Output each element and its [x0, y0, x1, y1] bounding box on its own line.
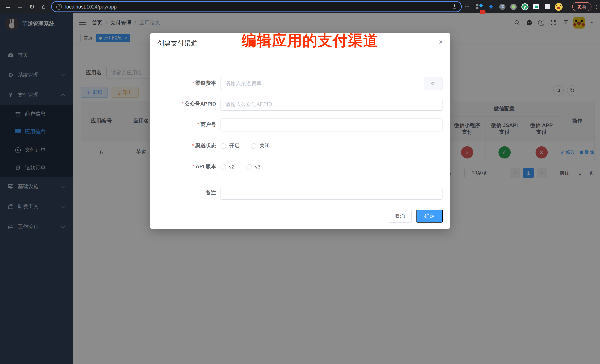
- confirm-button[interactable]: 确定: [416, 209, 443, 223]
- bookmark-star-icon[interactable]: ☆: [462, 0, 471, 13]
- browser-back-icon[interactable]: ←: [3, 0, 13, 13]
- status-label: *渠道状态: [158, 143, 216, 149]
- extension-y-icon[interactable]: y: [520, 0, 529, 13]
- dialog-close-icon[interactable]: ×: [439, 38, 443, 46]
- browser-reload-icon[interactable]: ↻: [27, 0, 37, 13]
- merchant-label: *商户号: [158, 121, 216, 128]
- browser-menu-icon[interactable]: ⋮: [594, 0, 599, 13]
- form-row-merchant: *商户号: [150, 118, 450, 131]
- extension-tabs-icon[interactable]: 10: [475, 0, 483, 13]
- radio-circle-icon: [221, 164, 226, 169]
- share-icon[interactable]: [450, 0, 459, 13]
- extension-puzzle-icon[interactable]: [543, 0, 552, 13]
- extension-badge: 10: [480, 10, 486, 14]
- dialog-title: 创建支付渠道: [158, 39, 197, 48]
- extension-chat-icon[interactable]: [532, 0, 540, 13]
- api-label: *API 版本: [158, 163, 216, 170]
- extension-kite-icon[interactable]: [487, 0, 495, 13]
- form-row-appid: *公众号APPID: [150, 98, 450, 110]
- app-root: 芋道管理系统 首页 ⚙ 系统管理 ¥ 支付管理: [0, 13, 600, 364]
- browser-toolbar: ← → ↻ ⌂ i localhost:1024/pay/app ☆ 10 ⌘ …: [0, 0, 600, 13]
- site-info-icon[interactable]: i: [56, 4, 62, 9]
- form-row-remark: 备注: [150, 186, 450, 200]
- cancel-button[interactable]: 取消: [388, 209, 412, 223]
- rate-suffix: %: [424, 77, 442, 90]
- form-row-rate: *渠道费率 %: [150, 77, 450, 90]
- browser-forward-icon[interactable]: →: [15, 0, 25, 13]
- radio-status-off[interactable]: 关闭: [251, 143, 270, 149]
- radio-api-v2[interactable]: v2: [221, 164, 234, 170]
- radio-circle-icon: [246, 164, 252, 169]
- form-row-api: *API 版本 v2 v3: [150, 160, 450, 173]
- url-text: localhost:1024/pay/app: [65, 4, 117, 9]
- radio-circle-icon: [221, 143, 226, 149]
- form-row-status: *渠道状态 开启 关闭: [150, 139, 450, 152]
- browser-update-button[interactable]: 更新: [572, 2, 591, 11]
- radio-status-on[interactable]: 开启: [221, 143, 239, 149]
- create-channel-dialog: 创建支付渠道 × *渠道费率 % *公众号APPID *商户号 *渠道状态 开启…: [150, 33, 450, 229]
- remark-input[interactable]: [221, 186, 442, 200]
- annotation-text: 编辑应用的支付渠道: [242, 30, 378, 51]
- rate-label: *渠道费率: [158, 80, 216, 87]
- extension-command-icon[interactable]: ⌘: [498, 0, 506, 13]
- screen: ← → ↻ ⌂ i localhost:1024/pay/app ☆ 10 ⌘ …: [0, 0, 600, 364]
- radio-api-v3[interactable]: v3: [246, 164, 261, 170]
- appid-label: *公众号APPID: [158, 101, 216, 107]
- browser-home-icon[interactable]: ⌂: [38, 0, 49, 13]
- remark-label: 备注: [158, 190, 216, 196]
- merchant-input[interactable]: [221, 118, 442, 131]
- extension-dot-icon[interactable]: [509, 0, 517, 13]
- address-bar[interactable]: i localhost:1024/pay/app: [51, 1, 462, 12]
- rate-input[interactable]: [221, 77, 424, 90]
- radio-circle-icon: [251, 143, 256, 149]
- appid-input[interactable]: [221, 98, 442, 110]
- profile-avatar[interactable]: [554, 0, 563, 13]
